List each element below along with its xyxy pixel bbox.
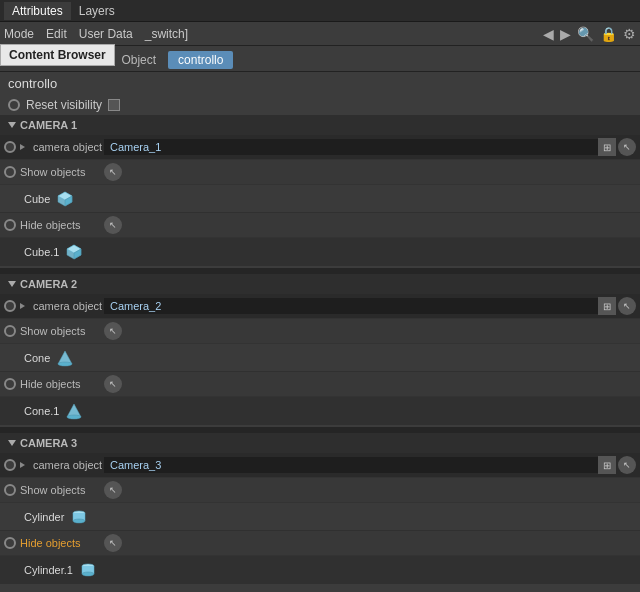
reset-checkbox[interactable] — [108, 99, 120, 111]
breadcrumb: _switch] — [145, 27, 188, 41]
svg-point-19 — [82, 572, 94, 576]
camera-2-show-radio[interactable] — [4, 325, 16, 337]
menu-mode[interactable]: Mode — [4, 27, 34, 41]
camera-3-hide-row: Hide objects ↖ — [0, 531, 640, 556]
camera-3-cylinder1-row: Cylinder.1 — [0, 556, 640, 584]
camera-3-label: CAMERA 3 — [20, 437, 77, 449]
camera-3-cursor-icon[interactable]: ↖ — [618, 456, 636, 474]
camera-3-show-radio[interactable] — [4, 484, 16, 496]
camera-1-show-actions: ↖ — [104, 163, 122, 181]
cone-icon — [56, 349, 74, 367]
camera-2-label: CAMERA 2 — [20, 278, 77, 290]
cone1-icon — [65, 402, 83, 420]
camera-3-object-row: camera object Camera_3 ⊞ ↖ — [0, 453, 640, 478]
camera-2-header[interactable]: CAMERA 2 — [0, 274, 640, 294]
section-title: controllo — [0, 72, 640, 95]
subtab-controllo[interactable]: controllo — [168, 51, 233, 69]
menu-right-icons: ◀ ▶ 🔍 🔒 ⚙ — [543, 26, 636, 42]
camera-1-show-label: Show objects — [4, 166, 104, 178]
camera-2-hide-label: Hide objects — [4, 378, 104, 390]
camera-3-header[interactable]: CAMERA 3 — [0, 433, 640, 453]
settings-icon[interactable]: ⚙ — [623, 26, 636, 42]
top-tab-bar: Attributes Layers — [0, 0, 640, 22]
camera-1-collapse-icon — [8, 122, 16, 128]
menu-bar: Mode Edit User Data _switch] ◀ ▶ 🔍 🔒 ⚙ — [0, 22, 640, 46]
camera-3-cylinder-row: Cylinder — [0, 503, 640, 531]
camera-2-cursor-icon[interactable]: ↖ — [618, 297, 636, 315]
camera-2-section: CAMERA 2 camera object Camera_2 ⊞ ↖ Show… — [0, 274, 640, 425]
tab-attributes[interactable]: Attributes — [4, 2, 71, 20]
camera-2-collapse-icon — [8, 281, 16, 287]
camera-1-hide-actions: ↖ — [104, 216, 122, 234]
main-content: controllo Reset visibility CAMERA 1 came… — [0, 72, 640, 592]
camera-3-hide-actions: ↖ — [104, 534, 122, 552]
camera-1-header[interactable]: CAMERA 1 — [0, 115, 640, 135]
camera-3-hide-radio[interactable] — [4, 537, 16, 549]
svg-point-7 — [58, 362, 72, 366]
camera-3-radio[interactable] — [4, 459, 16, 471]
camera-3-expand-icon — [20, 462, 25, 468]
content-browser-tooltip: Content Browser — [0, 44, 115, 66]
camera-1-section: CAMERA 1 camera object Camera_1 ⊞ ↖ Show… — [0, 115, 640, 266]
camera-2-show-cursor-icon[interactable]: ↖ — [104, 322, 122, 340]
camera-3-show-cursor-icon[interactable]: ↖ — [104, 481, 122, 499]
camera-1-grid-icon[interactable]: ⊞ — [598, 138, 616, 156]
camera-3-name[interactable]: Camera_3 — [104, 457, 598, 473]
camera-1-label: CAMERA 1 — [20, 119, 77, 131]
tab-layers[interactable]: Layers — [71, 2, 123, 20]
camera-2-hide-cursor-icon[interactable]: ↖ — [104, 375, 122, 393]
reset-radio[interactable] — [8, 99, 20, 111]
camera-2-radio[interactable] — [4, 300, 16, 312]
camera-1-name[interactable]: Camera_1 — [104, 139, 598, 155]
camera-1-cursor-icon[interactable]: ↖ — [618, 138, 636, 156]
camera-2-object-label: camera object — [4, 300, 104, 312]
camera-1-object-row: camera object Camera_1 ⊞ ↖ — [0, 135, 640, 160]
camera-1-show-cursor-icon[interactable]: ↖ — [104, 163, 122, 181]
camera-3-section: CAMERA 3 camera object Camera_3 ⊞ ↖ Show… — [0, 433, 640, 584]
svg-point-14 — [73, 519, 85, 523]
camera-2-show-row: Show objects ↖ — [0, 319, 640, 344]
nav-left-icon[interactable]: ◀ — [543, 26, 554, 42]
camera-2-hide-actions: ↖ — [104, 375, 122, 393]
svg-point-9 — [67, 415, 81, 419]
cube-icon — [56, 190, 74, 208]
nav-right-icon[interactable]: ▶ — [560, 26, 571, 42]
camera-3-show-label: Show objects — [4, 484, 104, 496]
camera-1-hide-label: Hide objects — [4, 219, 104, 231]
camera-2-actions: ⊞ ↖ — [598, 297, 636, 315]
camera-2-name[interactable]: Camera_2 — [104, 298, 598, 314]
camera-2-cone1-row: Cone.1 — [0, 397, 640, 425]
cylinder1-icon — [79, 561, 97, 579]
cube1-icon — [65, 243, 83, 261]
camera-3-actions: ⊞ ↖ — [598, 456, 636, 474]
camera-1-cube1-name: Cube.1 — [24, 246, 59, 258]
reset-label: Reset visibility — [26, 98, 102, 112]
cylinder-icon — [70, 508, 88, 526]
camera-1-show-row: Show objects ↖ — [0, 160, 640, 185]
camera-1-actions: ⊞ ↖ — [598, 138, 636, 156]
camera-3-hide-cursor-icon[interactable]: ↖ — [104, 534, 122, 552]
camera-3-show-actions: ↖ — [104, 481, 122, 499]
menu-userdata[interactable]: User Data — [79, 27, 133, 41]
camera-1-hide-cursor-icon[interactable]: ↖ — [104, 216, 122, 234]
menu-edit[interactable]: Edit — [46, 27, 67, 41]
camera-3-grid-icon[interactable]: ⊞ — [598, 456, 616, 474]
camera-2-cone-name: Cone — [24, 352, 50, 364]
camera-1-radio[interactable] — [4, 141, 16, 153]
camera-3-object-label: camera object — [4, 459, 104, 471]
camera-2-hide-row: Hide objects ↖ — [0, 372, 640, 397]
camera-3-cylinder-name: Cylinder — [24, 511, 64, 523]
camera-3-show-row: Show objects ↖ — [0, 478, 640, 503]
camera-1-expand-icon — [20, 144, 25, 150]
camera-2-grid-icon[interactable]: ⊞ — [598, 297, 616, 315]
camera-1-cube1-row: Cube.1 — [0, 238, 640, 266]
camera-1-hide-row: Hide objects ↖ — [0, 213, 640, 238]
lock-icon[interactable]: 🔒 — [600, 26, 617, 42]
subtab-object[interactable]: Object — [111, 51, 166, 69]
camera-1-hide-radio[interactable] — [4, 219, 16, 231]
camera-2-object-row: camera object Camera_2 ⊞ ↖ — [0, 294, 640, 319]
search-icon[interactable]: 🔍 — [577, 26, 594, 42]
camera-3-hide-label: Hide objects — [4, 537, 104, 549]
camera-1-show-radio[interactable] — [4, 166, 16, 178]
camera-2-hide-radio[interactable] — [4, 378, 16, 390]
